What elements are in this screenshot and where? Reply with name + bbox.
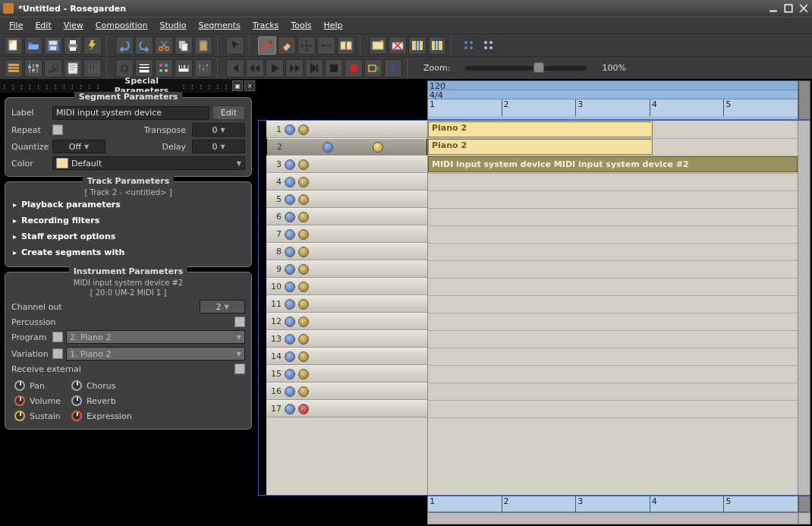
- mute-led[interactable]: [285, 282, 295, 292]
- redo-button[interactable]: [135, 36, 153, 55]
- menu-tools[interactable]: Tools: [286, 19, 316, 32]
- segment-piano2-b[interactable]: Piano 2: [428, 139, 653, 155]
- bottom-ruler-vscroll[interactable]: [798, 496, 810, 512]
- record-led[interactable]: [298, 369, 309, 380]
- move-track-up-button[interactable]: [408, 36, 426, 55]
- record-led[interactable]: [298, 404, 309, 414]
- delete-track-button[interactable]: [389, 36, 407, 55]
- close-panel-button[interactable]: ×: [244, 80, 255, 91]
- undo-button[interactable]: [115, 36, 134, 55]
- keyboard-button[interactable]: [175, 59, 193, 77]
- text-editor-button[interactable]: [64, 59, 82, 77]
- record-led[interactable]: [298, 386, 309, 397]
- track-row[interactable]: 5: [266, 191, 427, 208]
- rewind-begin-button[interactable]: [226, 59, 244, 77]
- disclosure-playback[interactable]: ▸Playback parameters: [11, 197, 245, 213]
- add-track-button[interactable]: [369, 36, 387, 55]
- delay-select[interactable]: 0▼: [192, 140, 245, 153]
- zoom-thumb[interactable]: [533, 62, 544, 73]
- record-led[interactable]: [298, 317, 309, 327]
- track-row[interactable]: 13: [266, 330, 427, 348]
- volume-knob[interactable]: [14, 395, 25, 406]
- channel-out-select[interactable]: 2▼: [200, 300, 245, 313]
- expression-knob[interactable]: [71, 411, 82, 421]
- mute-led[interactable]: [285, 334, 295, 345]
- menu-studio[interactable]: Studio: [156, 19, 191, 32]
- record-led[interactable]: [298, 229, 309, 240]
- sustain-knob[interactable]: [14, 411, 25, 421]
- canvas-vscroll[interactable]: [798, 121, 810, 495]
- disclosure-recording[interactable]: ▸Recording filters: [11, 213, 245, 228]
- panic-button[interactable]: !: [384, 59, 402, 77]
- record-led[interactable]: [298, 159, 309, 170]
- mute-led[interactable]: [285, 229, 295, 240]
- track-row[interactable]: 2: [266, 138, 427, 156]
- mute-led[interactable]: [323, 142, 333, 153]
- track-row[interactable]: 3: [266, 156, 427, 173]
- split-tool[interactable]: [337, 36, 355, 55]
- variation-select[interactable]: 1. Piano 2▼: [66, 347, 245, 361]
- close-button[interactable]: [798, 3, 809, 14]
- forward-end-button[interactable]: [305, 59, 323, 77]
- mixer-button[interactable]: [24, 59, 42, 77]
- mute-all-button[interactable]: [460, 36, 478, 55]
- segment-piano2-a[interactable]: Piano 2: [428, 121, 653, 137]
- open-button[interactable]: [24, 36, 42, 55]
- fast-forward-button[interactable]: [285, 59, 304, 77]
- audio-mixer-button[interactable]: [194, 59, 212, 77]
- track-row[interactable]: 10: [266, 278, 427, 295]
- transpose-select[interactable]: 0▼: [192, 123, 245, 137]
- play-button[interactable]: [266, 59, 284, 77]
- record-led[interactable]: [298, 264, 309, 275]
- variation-checkbox[interactable]: [52, 348, 63, 359]
- percussion-editor-button[interactable]: [83, 59, 102, 77]
- mute-led[interactable]: [285, 264, 295, 275]
- move-tool[interactable]: [297, 36, 316, 55]
- erase-tool[interactable]: [278, 36, 296, 55]
- matrix-editor-button[interactable]: [135, 59, 153, 77]
- copy-button[interactable]: [175, 36, 193, 55]
- menu-file[interactable]: File: [5, 19, 27, 32]
- rewind-button[interactable]: [246, 59, 264, 77]
- percussion-checkbox[interactable]: [234, 317, 245, 327]
- chorus-knob[interactable]: [71, 380, 82, 391]
- minimize-button[interactable]: [768, 3, 779, 14]
- flash-button[interactable]: [83, 36, 102, 55]
- track-row[interactable]: 9: [266, 260, 427, 278]
- mute-led[interactable]: [285, 351, 295, 362]
- mute-led[interactable]: [285, 194, 295, 205]
- menu-tracks[interactable]: Tracks: [248, 19, 284, 32]
- track-row[interactable]: 11: [266, 295, 427, 313]
- resize-tool[interactable]: [317, 36, 335, 55]
- tempo-ruler[interactable]: 120: [428, 81, 798, 90]
- draw-tool[interactable]: [258, 36, 276, 55]
- record-led[interactable]: [373, 142, 383, 153]
- label-input[interactable]: [52, 106, 209, 120]
- notation-editor-button[interactable]: [44, 59, 62, 77]
- menu-segments[interactable]: Segments: [194, 19, 245, 32]
- disclosure-staff[interactable]: ▸Staff export options: [11, 228, 245, 244]
- record-led[interactable]: [298, 124, 309, 135]
- track-row[interactable]: 14: [266, 348, 427, 365]
- record-led[interactable]: [298, 299, 309, 310]
- mute-led[interactable]: [285, 159, 295, 170]
- mute-led[interactable]: [285, 386, 295, 397]
- bar-ruler-bottom[interactable]: 1 2 3 4 5: [427, 496, 798, 512]
- mute-led[interactable]: [285, 404, 295, 414]
- zoom-slider[interactable]: [465, 66, 587, 71]
- mute-led[interactable]: [285, 124, 295, 135]
- menu-composition[interactable]: Composition: [91, 19, 153, 32]
- track-row[interactable]: 16: [266, 383, 427, 400]
- record-led[interactable]: [298, 351, 309, 362]
- track-row[interactable]: 7: [266, 225, 427, 243]
- edit-label-button[interactable]: Edit: [212, 106, 245, 120]
- cut-button[interactable]: [155, 36, 173, 55]
- new-button[interactable]: [5, 36, 23, 55]
- disclosure-create[interactable]: ▸Create segments with: [11, 244, 245, 260]
- record-led[interactable]: [298, 177, 309, 187]
- segment-midi-input[interactable]: MIDI input system device MIDI input syst…: [428, 156, 798, 172]
- undock-button[interactable]: ▣: [232, 80, 243, 91]
- track-row[interactable]: 12: [266, 313, 427, 330]
- timesig-ruler[interactable]: 4/4: [428, 90, 798, 99]
- track-row[interactable]: 1: [266, 121, 427, 138]
